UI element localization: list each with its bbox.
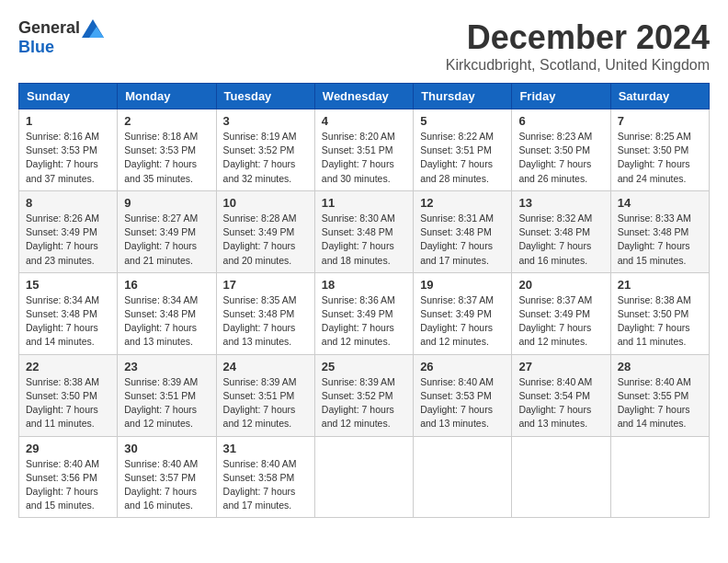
day-info: Sunrise: 8:20 AM Sunset: 3:51 PM Dayligh… [322, 130, 406, 186]
day-info: Sunrise: 8:25 AM Sunset: 3:50 PM Dayligh… [618, 130, 702, 186]
calendar-day-cell: 26 Sunrise: 8:40 AM Sunset: 3:53 PM Dayl… [414, 354, 512, 436]
day-number: 14 [618, 196, 702, 210]
day-info: Sunrise: 8:30 AM Sunset: 3:48 PM Dayligh… [322, 212, 406, 268]
calendar-week-row: 22 Sunrise: 8:38 AM Sunset: 3:50 PM Dayl… [19, 354, 710, 436]
day-info: Sunrise: 8:33 AM Sunset: 3:48 PM Dayligh… [618, 212, 702, 268]
day-number: 8 [26, 196, 110, 210]
calendar-empty-cell [610, 436, 709, 518]
calendar-day-cell: 30 Sunrise: 8:40 AM Sunset: 3:57 PM Dayl… [118, 436, 216, 518]
day-info: Sunrise: 8:40 AM Sunset: 3:54 PM Dayligh… [518, 375, 603, 431]
day-number: 13 [518, 196, 603, 210]
calendar-empty-cell [314, 436, 413, 518]
header-sunday: Sunday [19, 84, 118, 109]
page-header: General Blue December 2024 Kirkcudbright… [18, 18, 710, 74]
day-number: 12 [420, 196, 505, 210]
weekday-header-row: Sunday Monday Tuesday Wednesday Thursday… [19, 84, 710, 109]
day-info: Sunrise: 8:34 AM Sunset: 3:48 PM Dayligh… [124, 293, 209, 350]
day-number: 23 [124, 360, 209, 373]
day-info: Sunrise: 8:28 AM Sunset: 3:49 PM Dayligh… [223, 212, 308, 268]
day-info: Sunrise: 8:38 AM Sunset: 3:50 PM Dayligh… [26, 375, 110, 431]
calendar-day-cell: 24 Sunrise: 8:39 AM Sunset: 3:51 PM Dayl… [216, 354, 314, 436]
day-info: Sunrise: 8:38 AM Sunset: 3:50 PM Dayligh… [618, 293, 702, 350]
calendar-day-cell: 18 Sunrise: 8:36 AM Sunset: 3:49 PM Dayl… [314, 272, 413, 354]
calendar-day-cell: 23 Sunrise: 8:39 AM Sunset: 3:51 PM Dayl… [118, 354, 216, 436]
day-number: 30 [124, 442, 209, 455]
calendar-day-cell: 3 Sunrise: 8:19 AM Sunset: 3:52 PM Dayli… [216, 109, 314, 191]
calendar-empty-cell [414, 436, 512, 518]
day-info: Sunrise: 8:37 AM Sunset: 3:49 PM Dayligh… [518, 293, 603, 350]
day-info: Sunrise: 8:36 AM Sunset: 3:49 PM Dayligh… [322, 293, 406, 350]
location-text: Kirkcudbright, Scotland, United Kingdom [446, 57, 710, 74]
day-info: Sunrise: 8:26 AM Sunset: 3:49 PM Dayligh… [26, 212, 110, 268]
calendar-day-cell: 15 Sunrise: 8:34 AM Sunset: 3:48 PM Dayl… [19, 272, 118, 354]
calendar-day-cell: 11 Sunrise: 8:30 AM Sunset: 3:48 PM Dayl… [314, 190, 413, 272]
day-number: 20 [518, 278, 603, 292]
header-friday: Friday [512, 84, 610, 109]
header-wednesday: Wednesday [314, 84, 413, 109]
day-number: 25 [322, 360, 406, 373]
day-info: Sunrise: 8:40 AM Sunset: 3:56 PM Dayligh… [26, 457, 110, 513]
calendar-day-cell: 12 Sunrise: 8:31 AM Sunset: 3:48 PM Dayl… [414, 190, 512, 272]
calendar-day-cell: 16 Sunrise: 8:34 AM Sunset: 3:48 PM Dayl… [118, 272, 216, 354]
calendar-day-cell: 9 Sunrise: 8:27 AM Sunset: 3:49 PM Dayli… [118, 190, 216, 272]
logo-blue-text: Blue [18, 38, 54, 57]
calendar-week-row: 29 Sunrise: 8:40 AM Sunset: 3:56 PM Dayl… [19, 436, 710, 518]
day-info: Sunrise: 8:37 AM Sunset: 3:49 PM Dayligh… [420, 293, 505, 350]
day-number: 7 [618, 114, 702, 128]
calendar-day-cell: 1 Sunrise: 8:16 AM Sunset: 3:53 PM Dayli… [19, 109, 118, 191]
day-number: 9 [124, 196, 209, 210]
calendar-day-cell: 21 Sunrise: 8:38 AM Sunset: 3:50 PM Dayl… [610, 272, 709, 354]
day-info: Sunrise: 8:40 AM Sunset: 3:55 PM Dayligh… [618, 375, 702, 431]
day-info: Sunrise: 8:40 AM Sunset: 3:58 PM Dayligh… [223, 457, 308, 513]
day-number: 28 [618, 360, 702, 373]
calendar-day-cell: 7 Sunrise: 8:25 AM Sunset: 3:50 PM Dayli… [610, 109, 709, 191]
calendar-day-cell: 6 Sunrise: 8:23 AM Sunset: 3:50 PM Dayli… [512, 109, 610, 191]
day-number: 6 [518, 114, 603, 128]
calendar-day-cell: 25 Sunrise: 8:39 AM Sunset: 3:52 PM Dayl… [314, 354, 413, 436]
calendar-week-row: 15 Sunrise: 8:34 AM Sunset: 3:48 PM Dayl… [19, 272, 710, 354]
day-info: Sunrise: 8:31 AM Sunset: 3:48 PM Dayligh… [420, 212, 505, 268]
day-number: 4 [322, 114, 406, 128]
day-number: 3 [223, 114, 308, 128]
day-number: 5 [420, 114, 505, 128]
day-info: Sunrise: 8:34 AM Sunset: 3:48 PM Dayligh… [26, 293, 110, 350]
calendar-day-cell: 22 Sunrise: 8:38 AM Sunset: 3:50 PM Dayl… [19, 354, 118, 436]
calendar-day-cell: 10 Sunrise: 8:28 AM Sunset: 3:49 PM Dayl… [216, 190, 314, 272]
calendar-day-cell: 19 Sunrise: 8:37 AM Sunset: 3:49 PM Dayl… [414, 272, 512, 354]
calendar-day-cell: 29 Sunrise: 8:40 AM Sunset: 3:56 PM Dayl… [19, 436, 118, 518]
day-number: 15 [26, 278, 110, 292]
calendar-day-cell: 4 Sunrise: 8:20 AM Sunset: 3:51 PM Dayli… [314, 109, 413, 191]
calendar-day-cell: 31 Sunrise: 8:40 AM Sunset: 3:58 PM Dayl… [216, 436, 314, 518]
day-number: 27 [518, 360, 603, 373]
day-info: Sunrise: 8:18 AM Sunset: 3:53 PM Dayligh… [124, 130, 209, 186]
calendar-day-cell: 27 Sunrise: 8:40 AM Sunset: 3:54 PM Dayl… [512, 354, 610, 436]
day-info: Sunrise: 8:40 AM Sunset: 3:57 PM Dayligh… [124, 457, 209, 513]
day-info: Sunrise: 8:39 AM Sunset: 3:51 PM Dayligh… [124, 375, 209, 431]
calendar-day-cell: 14 Sunrise: 8:33 AM Sunset: 3:48 PM Dayl… [610, 190, 709, 272]
header-tuesday: Tuesday [216, 84, 314, 109]
day-number: 2 [124, 114, 209, 128]
day-number: 16 [124, 278, 209, 292]
day-info: Sunrise: 8:22 AM Sunset: 3:51 PM Dayligh… [420, 130, 505, 186]
day-info: Sunrise: 8:16 AM Sunset: 3:53 PM Dayligh… [26, 130, 110, 186]
logo: General Blue [18, 18, 104, 57]
calendar-day-cell: 13 Sunrise: 8:32 AM Sunset: 3:48 PM Dayl… [512, 190, 610, 272]
calendar-table: Sunday Monday Tuesday Wednesday Thursday… [18, 83, 710, 518]
calendar-day-cell: 5 Sunrise: 8:22 AM Sunset: 3:51 PM Dayli… [414, 109, 512, 191]
calendar-day-cell: 8 Sunrise: 8:26 AM Sunset: 3:49 PM Dayli… [19, 190, 118, 272]
logo-icon [82, 19, 104, 38]
header-monday: Monday [118, 84, 216, 109]
month-title: December 2024 [446, 18, 710, 57]
day-number: 22 [26, 360, 110, 373]
calendar-empty-cell [512, 436, 610, 518]
day-number: 26 [420, 360, 505, 373]
day-info: Sunrise: 8:39 AM Sunset: 3:51 PM Dayligh… [223, 375, 308, 431]
day-info: Sunrise: 8:19 AM Sunset: 3:52 PM Dayligh… [223, 130, 308, 186]
calendar-week-row: 1 Sunrise: 8:16 AM Sunset: 3:53 PM Dayli… [19, 109, 710, 191]
header-saturday: Saturday [610, 84, 709, 109]
day-info: Sunrise: 8:35 AM Sunset: 3:48 PM Dayligh… [223, 293, 308, 350]
day-number: 11 [322, 196, 406, 210]
day-number: 24 [223, 360, 308, 373]
calendar-day-cell: 2 Sunrise: 8:18 AM Sunset: 3:53 PM Dayli… [118, 109, 216, 191]
logo-general-text: General [18, 18, 80, 38]
